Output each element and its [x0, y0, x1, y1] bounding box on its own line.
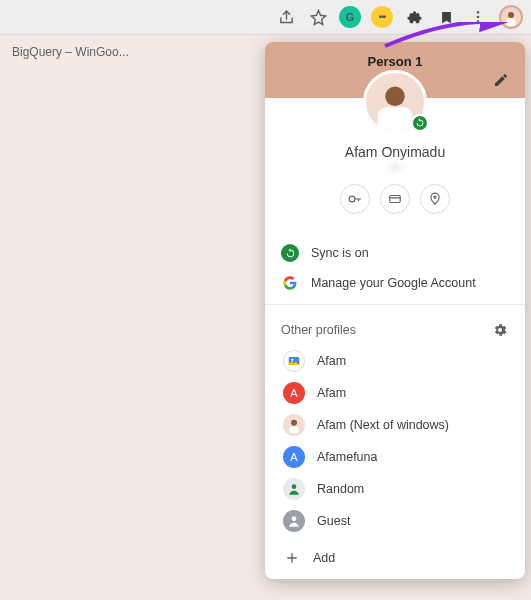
sync-label: Sync is on	[311, 246, 369, 260]
plus-icon	[283, 549, 301, 567]
profile-panel: Person 1 Afam Onyimadu m Sync is on	[265, 42, 525, 579]
svg-point-11	[291, 359, 293, 361]
star-icon[interactable]	[307, 6, 329, 28]
add-label: Add	[313, 551, 335, 565]
svg-point-3	[508, 12, 514, 18]
profile-avatar-icon	[283, 414, 305, 436]
profile-avatar-icon	[283, 510, 305, 532]
profile-avatar-icon	[283, 478, 305, 500]
action-row	[281, 184, 509, 214]
sync-status-row[interactable]: Sync is on	[265, 238, 525, 268]
other-profiles-header: Other profiles	[265, 311, 525, 345]
edit-profile-icon[interactable]	[493, 72, 511, 90]
profile-name: Afam	[317, 354, 346, 368]
sync-icon	[281, 244, 299, 262]
profile-row[interactable]: AAfam	[265, 377, 525, 409]
svg-point-7	[349, 196, 355, 202]
svg-point-14	[292, 484, 297, 489]
other-profiles-label: Other profiles	[281, 323, 356, 337]
profile-row[interactable]: Random	[265, 473, 525, 505]
divider	[265, 304, 525, 305]
profile-row[interactable]: Afam (Next of windows)	[265, 409, 525, 441]
profile-name: Afamefuna	[317, 450, 377, 464]
profiles-list: AfamAAfamAfam (Next of windows)AAfamefun…	[265, 345, 525, 541]
svg-point-5	[385, 87, 405, 107]
tab-title: BigQuery – WinGoo...	[12, 45, 129, 59]
display-name: Afam Onyimadu	[281, 144, 509, 160]
profile-avatar-icon: A	[283, 382, 305, 404]
google-g-icon	[281, 274, 299, 292]
svg-rect-8	[390, 196, 401, 203]
share-icon[interactable]	[275, 6, 297, 28]
svg-rect-6	[378, 107, 413, 131]
profile-avatar-icon	[283, 350, 305, 372]
sync-badge-icon	[411, 114, 429, 132]
manage-account-row[interactable]: Manage your Google Account	[265, 268, 525, 298]
annotation-arrow	[380, 22, 510, 52]
settings-gear-icon[interactable]	[491, 321, 509, 339]
grammarly-icon[interactable]: G	[339, 6, 361, 28]
profile-name: Random	[317, 482, 364, 496]
addresses-button[interactable]	[420, 184, 450, 214]
svg-point-0	[477, 11, 480, 14]
profile-row[interactable]: Guest	[265, 505, 525, 537]
profile-name: Guest	[317, 514, 350, 528]
profile-name: Afam (Next of windows)	[317, 418, 449, 432]
profile-row[interactable]: AAfamefuna	[265, 441, 525, 473]
profile-name: Afam	[317, 386, 346, 400]
svg-point-1	[477, 16, 480, 19]
svg-point-15	[292, 516, 297, 521]
profile-label: Person 1	[368, 54, 423, 69]
email-masked: m	[320, 162, 470, 174]
svg-rect-13	[290, 427, 299, 434]
passwords-button[interactable]	[340, 184, 370, 214]
add-profile-row[interactable]: Add	[265, 541, 525, 579]
profile-row[interactable]: Afam	[265, 345, 525, 377]
profile-avatar-icon: A	[283, 446, 305, 468]
svg-point-9	[434, 196, 436, 198]
payment-button[interactable]	[380, 184, 410, 214]
manage-label: Manage your Google Account	[311, 276, 476, 290]
svg-point-12	[291, 420, 297, 426]
